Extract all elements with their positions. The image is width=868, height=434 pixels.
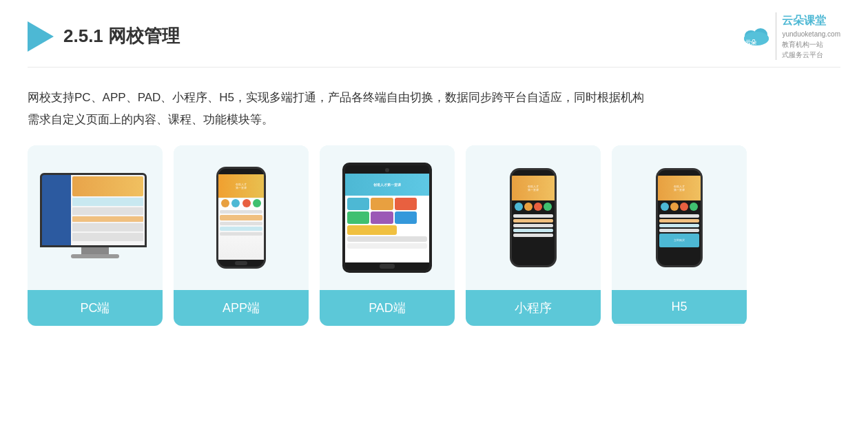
pad-device-icon: 创造人才第一堂课 — [342, 163, 432, 273]
header: 2.5.1 网校管理 云朵 云朵课堂 yunduoketang.com 教育机构… — [28, 0, 840, 68]
card-app-image: 创造人才第一堂课 — [174, 145, 309, 290]
card-h5: 创造人才第一堂课 — [612, 145, 747, 326]
logo-text: 云朵课堂 yunduoketang.com 教育机构一站 式服务云平台 — [776, 12, 840, 60]
card-app-label: APP端 — [174, 290, 309, 326]
cards-container: PC端 创造人才第一堂课 — [28, 145, 840, 326]
card-h5-label: H5 — [612, 290, 747, 324]
card-miniprogram-label: 小程序 — [466, 290, 601, 326]
page-container: 2.5.1 网校管理 云朵 云朵课堂 yunduoketang.com 教育机构… — [0, 0, 868, 434]
description-text: 网校支持PC、APP、PAD、小程序、H5，实现多端打通，产品各终端自由切换，数… — [28, 87, 840, 132]
h5-device-icon: 创造人才第一堂课 — [656, 168, 703, 267]
card-miniprogram: 创造人才第一堂课 — [466, 145, 601, 326]
header-left: 2.5.1 网校管理 — [28, 21, 180, 52]
card-miniprogram-image: 创造人才第一堂课 — [466, 145, 601, 290]
card-pc: PC端 — [28, 145, 163, 326]
page-title: 2.5.1 网校管理 — [63, 24, 180, 48]
svg-text:云朵: 云朵 — [745, 39, 757, 45]
brand-logo: 云朵 云朵课堂 yunduoketang.com 教育机构一站 式服务云平台 — [741, 12, 840, 60]
miniprogram-device-icon: 创造人才第一堂课 — [510, 168, 557, 267]
app-device-icon: 创造人才第一堂课 — [216, 167, 266, 269]
card-pc-label: PC端 — [28, 290, 163, 326]
card-app: 创造人才第一堂课 — [174, 145, 309, 326]
card-h5-image: 创造人才第一堂课 — [612, 145, 747, 290]
card-pad: 创造人才第一堂课 — [320, 145, 455, 326]
card-pc-image — [28, 145, 163, 290]
pc-device-icon — [40, 173, 150, 262]
cloud-logo-icon: 云朵 — [741, 25, 772, 48]
triangle-logo-icon — [28, 21, 54, 52]
card-pad-label: PAD端 — [320, 290, 455, 326]
card-pad-image: 创造人才第一堂课 — [320, 145, 455, 290]
